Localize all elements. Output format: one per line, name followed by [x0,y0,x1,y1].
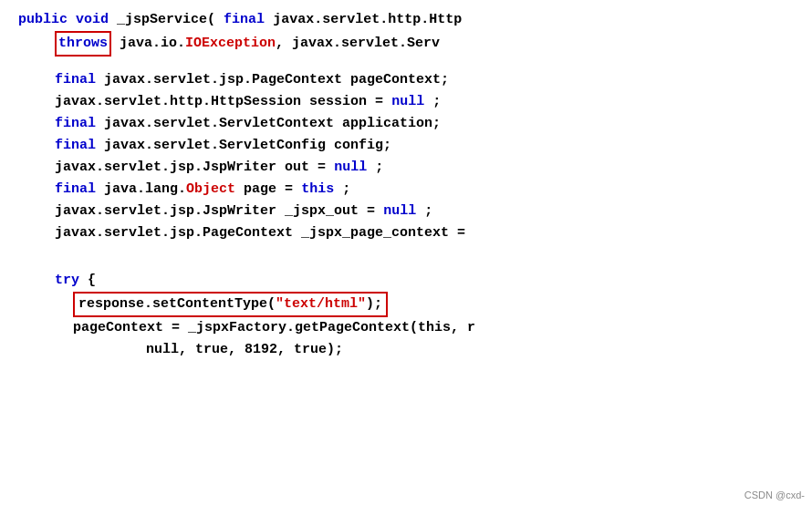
type-java-io: java.io. [120,36,185,51]
var-application: application; [342,116,441,131]
null-9: null [383,203,416,219]
response-call: response.setContentType( [78,296,276,312]
response-highlight: response.setContentType("text/html"); [73,292,388,317]
var-jspxout: _jspx_out [285,203,359,219]
keyword-try: try [55,273,79,288]
kw-final-8: final [55,181,96,197]
kw-final-5: final [55,116,96,131]
code-line-9: javax.servlet.jsp.JspWriter _jspx_out = … [55,201,794,222]
watermark: CSDN @cxd- [744,490,805,500]
code-line-response: response.setContentType("text/html"); [73,292,794,317]
eq-9: = [367,203,375,219]
keyword-void: void [76,12,109,27]
keyword-public: public [18,12,68,27]
null-7: null [334,160,367,175]
code-line-3: final javax.servlet.jsp.PageContext page… [55,69,794,91]
code-line-try: try { [55,270,794,292]
close-paren: ); [366,296,382,312]
pagecontext-assign: pageContext = _jspxFactory.getPageContex… [73,320,475,335]
code-line-10: javax.servlet.jsp.PageContext _jspx_page… [55,222,794,244]
var-pagecontext: pageContext; [350,72,449,88]
type-servletconfig: javax.servlet.ServletConfig [104,138,326,153]
keyword-throws: throws [58,36,108,51]
kw-final-3: final [55,72,96,88]
method-name: _jspService( [117,12,215,27]
code-line-6: final javax.servlet.ServletConfig config… [55,135,794,157]
code-line-8: final java.lang.Object page = this ; [55,179,794,201]
this-8: this [301,181,334,197]
null-4: null [391,94,424,109]
semi-7: ; [375,160,383,175]
keyword-final: final [224,12,265,27]
type-jspwriter-7: javax.servlet.jsp.JspWriter [55,160,276,175]
code-line-1: public void _jspService( final javax.ser… [18,9,794,31]
type-pagecontext: javax.servlet.jsp.PageContext [104,72,342,88]
semi-4: ; [432,94,441,109]
semi-9: ; [424,203,432,219]
var-config: config; [334,138,391,153]
eq-10: = [457,225,465,241]
code-line-2: throws java.io.IOException, javax.servle… [55,31,794,57]
ioexception: IOException [185,36,276,51]
class-object: Object [186,181,235,197]
var-jspx-page: _jspx_page_context [301,225,449,241]
null-true-line: null, true, 8192, true); [146,342,343,357]
type-httpsession: javax.servlet.http.HttpSession [55,94,301,109]
eq-7: = [318,160,326,175]
code-line-5: final javax.servlet.ServletContext appli… [55,113,794,135]
eq-8: = [285,181,293,197]
string-text-html: "text/html" [276,296,366,312]
var-page: page [244,181,276,197]
code-line-4: javax.servlet.http.HttpSession session =… [55,91,794,113]
type-jspwriter-9: javax.servlet.jsp.JspWriter [55,203,276,219]
type-pagecontext-10: javax.servlet.jsp.PageContext [55,225,293,241]
var-out: out [285,160,309,175]
code-line-pagecontext: pageContext = _jspxFactory.getPageContex… [73,317,794,339]
var-session: session [309,94,367,109]
code-line-7: javax.servlet.jsp.JspWriter out = null ; [55,157,794,179]
code-line-null: null, true, 8192, true); [146,339,794,361]
kw-final-6: final [55,138,96,153]
type-servletcontext: javax.servlet.ServletContext [104,116,334,131]
rest-throws: , javax.servlet.Serv [276,36,440,51]
type-lang-8: java.lang. [104,181,186,197]
eq-4: = [375,94,383,109]
throws-highlight: throws [55,31,111,57]
semi-8: ; [342,181,350,197]
code-container: public void _jspService( final javax.ser… [0,0,812,505]
type-httpservlet: javax.servlet.http.Http [273,12,462,27]
try-brace: { [88,273,96,288]
